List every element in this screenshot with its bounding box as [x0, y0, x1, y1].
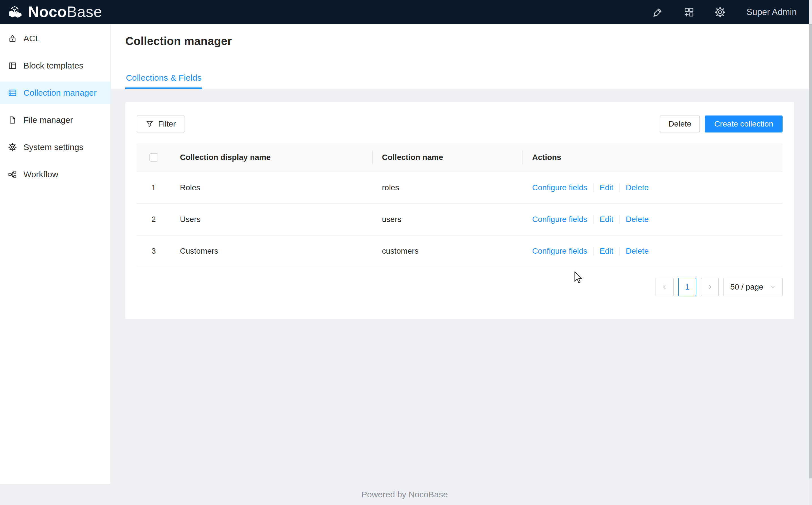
sidebar-item-label: System settings — [23, 142, 83, 152]
scrollbar-thumb[interactable] — [809, 24, 812, 478]
sidebar-item-label: File manager — [23, 115, 73, 125]
cell-collection-name: users — [372, 215, 522, 224]
page-size-select[interactable]: 50 / page — [724, 278, 783, 296]
collections-table-card: Filter Delete Create collection Collecti… — [125, 102, 794, 319]
action-separator — [593, 215, 594, 224]
filter-funnel-icon — [146, 120, 154, 128]
powered-by-footer: Powered by NocoBase — [0, 490, 809, 499]
configure-fields-link[interactable]: Configure fields — [532, 246, 587, 255]
prev-page-button[interactable] — [655, 278, 673, 296]
page-1-button[interactable]: 1 — [678, 278, 696, 296]
chevron-down-icon — [770, 284, 776, 290]
row-index: 2 — [137, 215, 171, 224]
pagination: 1 50 / page — [137, 278, 783, 296]
nocobase-logo[interactable]: NocoBase — [7, 4, 102, 20]
sidebar-item-collection-manager[interactable]: Collection manager — [0, 81, 110, 104]
create-collection-button[interactable]: Create collection — [705, 116, 783, 133]
action-separator — [619, 215, 620, 224]
table-header-row: Collection display name Collection name … — [137, 143, 783, 172]
edit-link[interactable]: Edit — [600, 215, 613, 224]
settings-sidebar: ACL Block templates Collection manager — [0, 24, 111, 484]
page-header: Collection manager Collections & Fields — [111, 24, 812, 89]
sidebar-item-workflow[interactable]: Workflow — [0, 163, 110, 186]
layout-icon — [8, 61, 17, 70]
table-row: 1 Roles roles Configure fieldsEditDelete — [137, 172, 783, 204]
plugin-add-icon[interactable] — [683, 6, 695, 18]
delete-link[interactable]: Delete — [626, 215, 649, 224]
header-collection-name: Collection name — [372, 153, 522, 162]
tab-bar: Collections & Fields — [125, 73, 202, 89]
cell-display-name: Roles — [171, 183, 372, 192]
sidebar-item-file-manager[interactable]: File manager — [0, 109, 110, 131]
header-select-cell — [137, 153, 171, 162]
header-actions: Actions — [522, 153, 783, 162]
edit-link[interactable]: Edit — [600, 246, 613, 255]
database-icon — [8, 88, 17, 98]
nocobase-cube-icon — [7, 4, 23, 20]
gear-icon[interactable] — [714, 6, 726, 18]
sidebar-item-label: Block templates — [23, 61, 83, 70]
next-page-button[interactable] — [701, 278, 719, 296]
topbar: NocoBase — [0, 0, 812, 24]
table-toolbar: Filter Delete Create collection — [137, 116, 783, 133]
cell-actions: Configure fieldsEditDelete — [522, 215, 783, 224]
row-index: 1 — [137, 183, 171, 192]
sidebar-item-label: Workflow — [23, 170, 58, 179]
tab-collections-and-fields[interactable]: Collections & Fields — [125, 73, 202, 89]
user-menu[interactable]: Super Admin — [745, 7, 797, 17]
cell-actions: Configure fieldsEditDelete — [522, 183, 783, 192]
action-separator — [619, 183, 620, 192]
configure-fields-link[interactable]: Configure fields — [532, 215, 587, 224]
table-row: 2 Users users Configure fieldsEditDelete — [137, 204, 783, 235]
ui-editor-highlighter-icon[interactable] — [651, 6, 664, 18]
table-row: 3 Customers customers Configure fieldsEd… — [137, 235, 783, 267]
cell-actions: Configure fieldsEditDelete — [522, 246, 783, 256]
action-separator — [619, 247, 620, 255]
select-all-checkbox[interactable] — [150, 153, 158, 162]
filter-button[interactable]: Filter — [137, 116, 185, 133]
sidebar-item-system-settings[interactable]: System settings — [0, 136, 110, 159]
file-icon — [8, 116, 17, 125]
cell-display-name: Users — [171, 215, 372, 224]
action-separator — [593, 183, 594, 192]
sidebar-item-label: ACL — [23, 34, 40, 43]
cell-collection-name: roles — [372, 183, 522, 192]
sidebar-item-acl[interactable]: ACL — [0, 27, 110, 50]
action-separator — [593, 247, 594, 255]
delete-button[interactable]: Delete — [660, 116, 700, 133]
logo-text: NocoBase — [28, 4, 102, 20]
delete-link[interactable]: Delete — [626, 183, 649, 192]
edit-link[interactable]: Edit — [600, 183, 613, 192]
row-index: 3 — [137, 246, 171, 256]
header-display-name: Collection display name — [171, 153, 372, 162]
page-title: Collection manager — [125, 24, 812, 47]
main-content: Collection manager Collections & Fields … — [111, 24, 812, 505]
sidebar-item-label: Collection manager — [23, 88, 96, 98]
cell-display-name: Customers — [171, 246, 372, 256]
sidebar-item-block-templates[interactable]: Block templates — [0, 54, 110, 77]
collections-table: Collection display name Collection name … — [137, 143, 783, 267]
cell-collection-name: customers — [372, 246, 522, 256]
gear-icon — [8, 143, 17, 152]
vertical-scrollbar[interactable] — [809, 0, 812, 505]
configure-fields-link[interactable]: Configure fields — [532, 183, 587, 192]
delete-link[interactable]: Delete — [626, 246, 649, 255]
workflow-icon — [8, 170, 17, 179]
lock-icon — [8, 34, 17, 43]
